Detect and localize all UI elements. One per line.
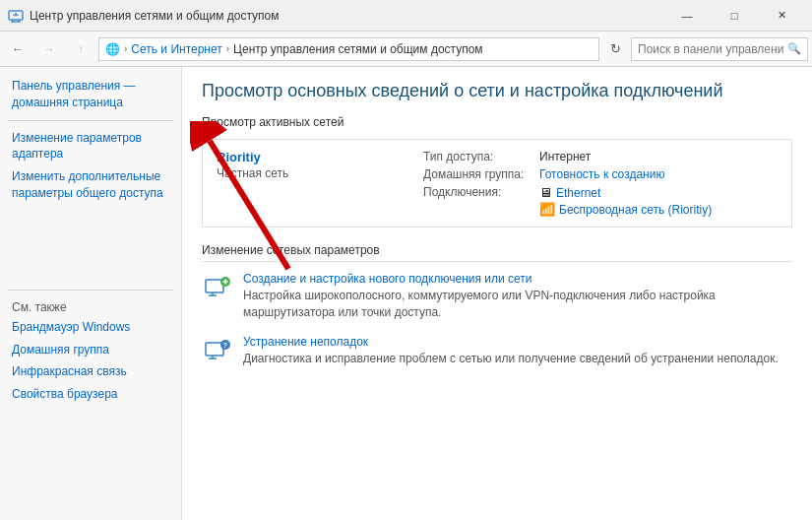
homegroup-label: Домашняя группа: [423,167,531,181]
sidebar-item-adapter[interactable]: Изменение параметров адаптера [0,127,181,166]
access-type-row: Тип доступа: Интернет [423,150,712,163]
address-bar: ← → ↑ 🌐 › Сеть и Интернет › Центр управл… [0,32,812,67]
breadcrumb-item-2[interactable]: Центр управления сетями и общим доступом [233,42,483,56]
ethernet-link[interactable]: Ethernet [556,186,600,200]
forward-button[interactable]: → [35,35,63,63]
refresh-button[interactable]: ↻ [603,37,627,61]
settings-section-header: Изменение сетевых параметров [202,243,792,262]
homegroup-row: Домашняя группа: Готовность к созданию [423,167,712,181]
troubleshoot-link[interactable]: Устранение неполадок [243,335,792,349]
search-input[interactable] [638,42,783,56]
ethernet-icon: 🖥 [539,185,552,200]
sidebar-divider-1 [8,120,173,121]
new-connection-text: Создание и настройка нового подключения … [243,272,792,321]
network-info-left: Rioritiy Частная сеть [217,150,394,217]
connections-row: Подключения: 🖥 Ethernet 📶 Беспроводная с… [423,185,712,217]
title-bar: Центр управления сетями и общим доступом… [0,0,812,32]
main-layout: Панель управления — домашняя страница Из… [0,67,812,520]
page-title: Просмотр основных сведений о сети и наст… [202,81,792,101]
network-row: Rioritiy Частная сеть Тип доступа: Интер… [203,140,791,227]
access-type-label: Тип доступа: [423,150,531,163]
sidebar: Панель управления — домашняя страница Из… [0,67,182,520]
sidebar-item-sharing[interactable]: Изменить дополнительные параметры общего… [0,165,181,205]
wifi-icon: 📶 [539,202,555,217]
title-bar-title: Центр управления сетями и общим доступом [30,9,280,23]
breadcrumb-icon: 🌐 [105,42,120,56]
sidebar-item-homegroup[interactable]: Домашняя группа [0,339,181,361]
svg-text:?: ? [223,342,227,349]
search-box: 🔍 [631,37,808,61]
content-area: Просмотр основных сведений о сети и наст… [182,67,812,520]
sidebar-item-home[interactable]: Панель управления — домашняя страница [0,75,181,114]
breadcrumb-item-1[interactable]: Сеть и Интернет [131,42,221,56]
new-connection-link[interactable]: Создание и настройка нового подключения … [243,272,792,286]
app-icon [8,8,24,24]
title-bar-controls: — □ ✕ [664,0,804,32]
sidebar-divider-2 [8,290,173,291]
settings-item-troubleshoot: ? Устранение неполадок Диагностика и исп… [202,335,792,367]
title-bar-left: Центр управления сетями и общим доступом [8,8,280,24]
homegroup-link[interactable]: Готовность к созданию [539,167,664,181]
close-button[interactable]: ✕ [759,0,804,32]
active-networks-header: Просмотр активных сетей [202,115,792,129]
up-button[interactable]: ↑ [67,35,94,63]
network-info-right: Тип доступа: Интернет Домашняя группа: Г… [423,150,712,217]
network-type: Частная сеть [217,166,394,180]
connections-list: 🖥 Ethernet 📶 Беспроводная сеть (Rioritiy… [539,185,712,217]
connection-ethernet: 🖥 Ethernet [539,185,712,200]
sidebar-item-infrared[interactable]: Инфракрасная связь [0,360,181,383]
troubleshoot-text: Устранение неполадок Диагностика и испра… [243,335,792,367]
troubleshoot-desc: Диагностика и исправление проблем с сеть… [243,351,792,367]
sidebar-item-firewall[interactable]: Брандмауэр Windows [0,316,181,339]
wifi-link[interactable]: Беспроводная сеть (Rioritiy) [559,203,712,217]
back-button[interactable]: ← [4,35,31,63]
sidebar-item-browser[interactable]: Свойства браузера [0,383,181,406]
connection-wifi: 📶 Беспроводная сеть (Rioritiy) [539,202,712,217]
troubleshoot-icon: ? [202,335,233,366]
new-connection-desc: Настройка широкополосного, коммутируемог… [243,288,792,321]
search-icon: 🔍 [787,42,801,55]
sidebar-also-label: См. также [0,296,181,316]
new-connection-icon [202,272,233,303]
connections-label: Подключения: [423,185,531,199]
maximize-button[interactable]: □ [712,0,757,32]
minimize-button[interactable]: — [664,0,710,32]
settings-item-new-connection: Создание и настройка нового подключения … [202,272,792,321]
breadcrumb: 🌐 › Сеть и Интернет › Центр управления с… [98,37,599,61]
access-type-value: Интернет [539,150,591,163]
active-networks-panel: Rioritiy Частная сеть Тип доступа: Интер… [202,139,792,228]
network-name[interactable]: Rioritiy [217,150,394,164]
